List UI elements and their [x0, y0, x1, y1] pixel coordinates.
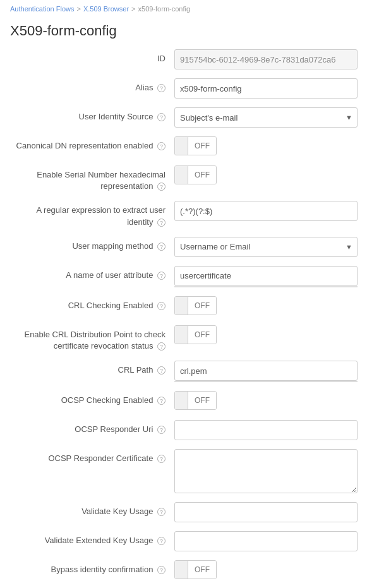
control-ocsp-responder-uri	[174, 420, 369, 440]
help-icon-crl-distribution[interactable]: ?	[157, 342, 165, 351]
toggle-crl-checking-label	[175, 297, 188, 315]
input-validate-extended-key-usage[interactable]	[174, 531, 358, 551]
help-icon-ocsp-responder-uri[interactable]: ?	[157, 426, 165, 434]
label-ocsp-checking: OCSP Checking Enabled ?	[10, 391, 174, 406]
breadcrumb-sep-1: >	[77, 5, 81, 13]
crl-path-bar	[174, 381, 358, 382]
input-ocsp-responder-uri[interactable]	[174, 420, 358, 440]
input-validate-key-usage[interactable]	[174, 502, 358, 522]
label-crl-checking: CRL Checking Enabled ?	[10, 296, 174, 311]
help-icon-regex[interactable]: ?	[157, 219, 165, 227]
control-ocsp-responder-cert	[174, 449, 369, 493]
help-icon-user-mapping[interactable]: ?	[157, 243, 165, 251]
page-title: X509-form-config	[0, 18, 379, 49]
toggle-crl-checking-text: OFF	[188, 297, 216, 315]
row-user-attribute: A name of user attribute ?	[10, 266, 369, 287]
input-crl-path[interactable]	[174, 361, 358, 381]
row-id: ID	[10, 49, 369, 69]
control-alias	[174, 78, 369, 99]
help-icon-alias[interactable]: ?	[157, 84, 165, 92]
toggle-serial-number-label	[175, 166, 188, 184]
toggle-bypass-identity-text: OFF	[188, 561, 216, 579]
toggle-crl-checking[interactable]: OFF	[174, 296, 217, 315]
control-id	[174, 49, 369, 69]
help-icon-ocsp-responder-cert[interactable]: ?	[157, 455, 165, 463]
help-icon-crl-checking[interactable]: ?	[157, 302, 165, 310]
toggle-ocsp-checking-label	[175, 392, 188, 409]
control-ocsp-checking: OFF	[174, 391, 369, 410]
control-user-identity-source: Subject's e-mail Subject's Common Name S…	[174, 107, 369, 128]
breadcrumb: Authentication Flows > X.509 Browser > x…	[0, 0, 379, 18]
control-regex	[174, 201, 369, 221]
help-icon-validate-extended-key-usage[interactable]: ?	[157, 537, 165, 545]
label-validate-extended-key-usage: Validate Extended Key Usage ?	[10, 531, 174, 546]
input-id[interactable]	[174, 49, 358, 69]
toggle-crl-distribution-text: OFF	[188, 326, 216, 344]
row-validate-extended-key-usage: Validate Extended Key Usage ?	[10, 531, 369, 551]
row-serial-number: Enable Serial Number hexadecimalrepresen…	[10, 165, 369, 192]
toggle-bypass-identity-label	[175, 561, 188, 579]
row-crl-distribution: Enable CRL Distribution Point to checkce…	[10, 325, 369, 352]
breadcrumb-x509-browser[interactable]: X.509 Browser	[83, 5, 129, 13]
label-canonical-dn: Canonical DN representation enabled ?	[10, 136, 174, 152]
textarea-ocsp-responder-cert[interactable]	[174, 449, 358, 493]
label-serial-number: Enable Serial Number hexadecimalrepresen…	[10, 165, 174, 192]
select-user-identity-source[interactable]: Subject's e-mail Subject's Common Name S…	[174, 107, 358, 128]
toggle-canonical-dn-text: OFF	[188, 137, 216, 155]
help-icon-validate-key-usage[interactable]: ?	[157, 508, 165, 516]
crl-path-input-wrapper	[174, 361, 358, 382]
input-alias[interactable]	[174, 78, 358, 99]
help-icon-canonical-dn[interactable]: ?	[157, 142, 165, 150]
select-user-mapping[interactable]: Username or Email Custom Attribute Mappe…	[174, 237, 358, 257]
input-user-attribute[interactable]	[174, 266, 358, 286]
row-canonical-dn: Canonical DN representation enabled ? OF…	[10, 136, 369, 157]
label-bypass-identity: Bypass identity confirmation ?	[10, 560, 174, 575]
row-ocsp-responder-uri: OCSP Responder Uri ?	[10, 420, 369, 440]
row-crl-checking: CRL Checking Enabled ? OFF	[10, 296, 369, 316]
toggle-serial-number[interactable]: OFF	[174, 165, 217, 184]
row-validate-key-usage: Validate Key Usage ?	[10, 502, 369, 522]
label-user-identity-source: User Identity Source ?	[10, 107, 174, 123]
label-crl-path: CRL Path ?	[10, 361, 174, 376]
toggle-bypass-identity[interactable]: OFF	[174, 560, 217, 579]
select-wrapper-user-identity-source: Subject's e-mail Subject's Common Name S…	[174, 107, 358, 128]
toggle-ocsp-checking[interactable]: OFF	[174, 391, 217, 410]
toggle-canonical-dn-label	[175, 137, 188, 155]
breadcrumb-current: x509-form-config	[138, 5, 191, 13]
row-ocsp-checking: OCSP Checking Enabled ? OFF	[10, 391, 369, 411]
control-user-attribute	[174, 266, 369, 287]
label-alias: Alias ?	[10, 78, 174, 93]
control-canonical-dn: OFF	[174, 136, 369, 155]
breadcrumb-auth-flows[interactable]: Authentication Flows	[10, 5, 75, 13]
label-crl-distribution: Enable CRL Distribution Point to checkce…	[10, 325, 174, 352]
breadcrumb-sep-2: >	[131, 5, 135, 13]
row-user-identity-source: User Identity Source ? Subject's e-mail …	[10, 107, 369, 128]
input-regex[interactable]	[174, 201, 358, 221]
toggle-crl-distribution-label	[175, 326, 188, 344]
toggle-ocsp-checking-text: OFF	[188, 392, 216, 409]
control-crl-checking: OFF	[174, 296, 369, 315]
help-icon-user-identity-source[interactable]: ?	[157, 113, 165, 121]
row-bypass-identity: Bypass identity confirmation ? OFF	[10, 560, 369, 580]
help-icon-crl-path[interactable]: ?	[157, 366, 165, 375]
row-ocsp-responder-cert: OCSP Responder Certificate ?	[10, 449, 369, 493]
control-validate-extended-key-usage	[174, 531, 369, 551]
control-user-mapping: Username or Email Custom Attribute Mappe…	[174, 237, 369, 257]
control-crl-distribution: OFF	[174, 325, 369, 344]
label-user-attribute: A name of user attribute ?	[10, 266, 174, 281]
label-user-mapping: User mapping method ?	[10, 237, 174, 252]
form-body: ID Alias ? User Identity Source ? Subjec…	[0, 49, 379, 588]
label-ocsp-responder-uri: OCSP Responder Uri ?	[10, 420, 174, 435]
help-icon-serial-number[interactable]: ?	[157, 183, 165, 191]
label-ocsp-responder-cert: OCSP Responder Certificate ?	[10, 449, 174, 464]
help-icon-bypass-identity[interactable]: ?	[157, 566, 165, 574]
help-icon-ocsp-checking[interactable]: ?	[157, 397, 165, 405]
toggle-crl-distribution[interactable]: OFF	[174, 325, 217, 344]
toggle-canonical-dn[interactable]: OFF	[174, 136, 217, 155]
row-crl-path: CRL Path ?	[10, 361, 369, 382]
label-id: ID	[10, 49, 174, 64]
control-bypass-identity: OFF	[174, 560, 369, 579]
select-wrapper-user-mapping: Username or Email Custom Attribute Mappe…	[174, 237, 358, 257]
row-alias: Alias ?	[10, 78, 369, 99]
help-icon-user-attribute[interactable]: ?	[157, 272, 165, 280]
